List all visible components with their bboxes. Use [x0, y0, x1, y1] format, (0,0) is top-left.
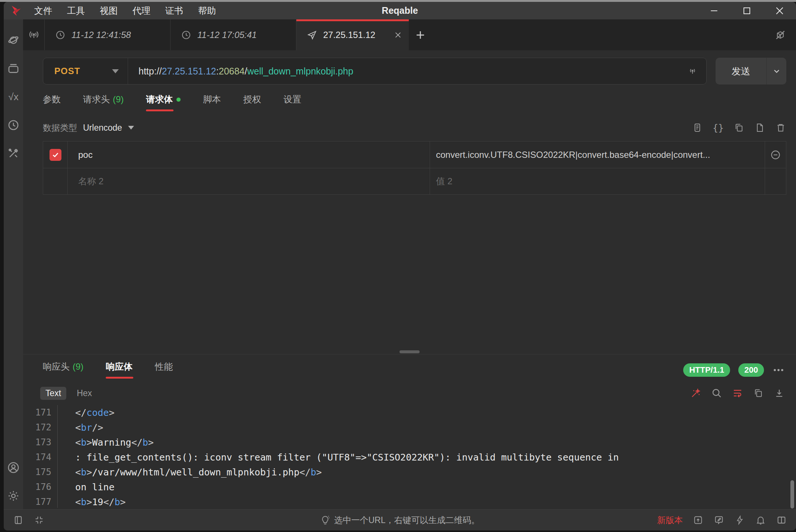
url-port: 20684: [219, 66, 245, 76]
response-tab-2[interactable]: 性能: [155, 361, 173, 373]
broadcast-icon[interactable]: [687, 66, 706, 77]
panel-toggle-icon[interactable]: [13, 515, 24, 526]
more-dots-icon[interactable]: [772, 364, 785, 376]
table-row-new: 名称 2 值 2: [43, 168, 786, 194]
param-value-cell[interactable]: convert.iconv.UTF8.CSISO2022KR|convert.b…: [430, 141, 765, 168]
response-body-code[interactable]: 171 </code>172 <br/>173 <b>Warning</b>17…: [23, 405, 796, 509]
send-button[interactable]: 发送: [716, 58, 786, 85]
history-tab-label: 11-12 17:05:41: [197, 30, 257, 40]
tab-label: 请求体: [146, 93, 173, 105]
line-number: 171: [23, 407, 51, 418]
new-version-link[interactable]: 新版本: [657, 515, 683, 526]
bell-icon[interactable]: [755, 515, 766, 526]
code-line: 176 on line: [23, 480, 796, 494]
hex-mode-button[interactable]: Hex: [77, 388, 92, 398]
send-options-chevron-icon[interactable]: [766, 58, 786, 85]
param-value-input[interactable]: 值 2: [430, 168, 765, 194]
response-tabs-row: 响应头(9)响应体性能 HTTP/1.1 200: [43, 360, 785, 380]
close-button[interactable]: [763, 2, 796, 19]
magic-wand-icon[interactable]: [690, 388, 701, 399]
request-tab-1[interactable]: 请求头(9): [83, 93, 124, 105]
request-tab-3[interactable]: 脚本: [203, 93, 221, 105]
request-tab-4[interactable]: 授权: [243, 93, 261, 105]
new-tab-button[interactable]: [409, 19, 432, 50]
view-mode-row: Text Hex: [40, 385, 785, 401]
param-name-input[interactable]: 名称 2: [68, 168, 430, 194]
history-icon[interactable]: [7, 118, 20, 132]
text-mode-button[interactable]: Text: [40, 387, 66, 400]
search-icon[interactable]: [711, 388, 722, 399]
table-row: poc convert.iconv.UTF8.CSISO2022KR|conve…: [43, 141, 786, 168]
url-row: POST http://27.25.151.12:20684/well_down…: [43, 58, 786, 85]
row-checkbox-empty[interactable]: [43, 168, 68, 194]
send-button-label[interactable]: 发送: [716, 58, 766, 85]
active-tab-underline: [146, 109, 173, 111]
method-value: POST: [54, 66, 80, 76]
modified-dot: [176, 98, 181, 102]
vertical-scrollbar[interactable]: [790, 480, 794, 509]
lightning-icon[interactable]: [734, 515, 745, 526]
active-request-tab[interactable]: 27.25.151.12: [296, 19, 409, 50]
braces-icon[interactable]: {}: [713, 122, 724, 133]
method-select[interactable]: POST: [43, 58, 128, 84]
history-tab-label: 11-12 12:41:58: [71, 30, 131, 40]
param-name-cell[interactable]: poc: [68, 141, 430, 168]
splitter-handle[interactable]: [399, 350, 420, 353]
account-icon[interactable]: [7, 461, 20, 474]
datatype-select[interactable]: Urlencode: [83, 123, 122, 133]
request-tab-5[interactable]: 设置: [283, 93, 301, 105]
feedback-icon[interactable]: [713, 515, 725, 526]
minimize-button[interactable]: [698, 2, 730, 19]
url-input[interactable]: http://27.25.151.12:20684/well_down_mlpn…: [128, 66, 687, 77]
menu-item-3[interactable]: 代理: [125, 2, 158, 19]
copy-icon[interactable]: [733, 122, 745, 133]
code-text: <b>/var/www/html/well_down_mlpnkobji.php…: [51, 467, 322, 478]
toolbox-icon[interactable]: [7, 147, 20, 160]
file-icon[interactable]: [754, 122, 765, 133]
history-tab-2[interactable]: 11-12 17:05:41: [171, 19, 296, 50]
request-tab-2[interactable]: 请求体: [146, 93, 181, 105]
planet-icon[interactable]: [7, 34, 20, 47]
code-line: 171 </code>: [23, 405, 796, 420]
history-tab-1[interactable]: 11-12 12:41:58: [45, 19, 171, 50]
response-tabs: 响应头(9)响应体性能: [43, 361, 173, 379]
download-icon[interactable]: [774, 388, 785, 399]
code-line: 174 : file_get_contents(): iconv stream …: [23, 450, 796, 465]
menu-item-4[interactable]: 证书: [158, 2, 191, 19]
menu-item-1[interactable]: 工具: [60, 2, 92, 19]
collections-icon[interactable]: [7, 62, 20, 75]
word-wrap-icon[interactable]: [732, 388, 743, 399]
panel-splitter[interactable]: [23, 350, 796, 354]
status-right: 新版本: [657, 515, 787, 526]
url-field[interactable]: POST http://27.25.151.12:20684/well_down…: [43, 58, 707, 85]
active-tab-label: 27.25.151.12: [323, 30, 375, 40]
menu-item-0[interactable]: 文件: [27, 2, 60, 19]
tab-label: 响应体: [106, 361, 133, 373]
protocol-badge: HTTP/1.1: [683, 363, 730, 377]
menu-item-5[interactable]: 帮助: [191, 2, 223, 19]
close-tab-icon[interactable]: [394, 31, 402, 39]
tab-label: 请求头: [83, 93, 110, 105]
copy-icon[interactable]: [753, 388, 764, 399]
chevron-down-icon[interactable]: [128, 126, 134, 130]
maximize-button[interactable]: [730, 2, 763, 19]
device-off-icon[interactable]: [774, 19, 796, 50]
trash-icon[interactable]: [775, 122, 786, 133]
url-path: well_down_mlpnkobji.php: [247, 66, 353, 76]
tab-label: 参数: [43, 93, 61, 105]
settings-gear-icon[interactable]: [7, 489, 20, 503]
row-checkbox[interactable]: [43, 141, 68, 168]
request-tab-0[interactable]: 参数: [43, 93, 61, 105]
columns-icon[interactable]: [776, 515, 787, 526]
remove-row-icon[interactable]: [765, 141, 786, 168]
api-test-icon[interactable]: √x: [7, 90, 20, 103]
response-tab-1[interactable]: 响应体: [106, 361, 133, 373]
checkbox-checked-icon[interactable]: [50, 149, 61, 161]
update-box-icon[interactable]: [692, 515, 704, 526]
tab-label: 响应头: [43, 361, 70, 373]
broadcast-icon[interactable]: [23, 19, 45, 50]
response-tab-0[interactable]: 响应头(9): [43, 361, 83, 373]
collapse-corners-icon[interactable]: [34, 515, 45, 526]
menu-item-2[interactable]: 视图: [92, 2, 125, 19]
form-icon[interactable]: [692, 122, 703, 133]
